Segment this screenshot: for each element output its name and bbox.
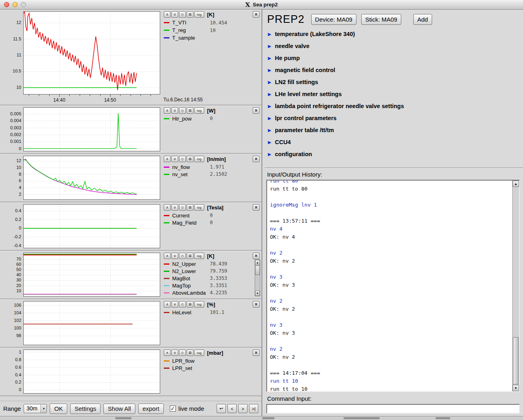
prep-item-configuration[interactable]: ▶configuration xyxy=(268,148,523,160)
expand-triangle-icon[interactable]: ▶ xyxy=(268,104,271,109)
scrollbar-track[interactable] xyxy=(513,187,519,385)
plot-canvas[interactable] xyxy=(23,11,160,94)
grid-button[interactable]: ⊞ xyxy=(187,11,193,18)
prep-item-needle-valve[interactable]: ▶needle valve xyxy=(268,40,523,52)
zoom-button[interactable]: ◇ xyxy=(179,301,186,307)
jump-to-end-button[interactable]: >| xyxy=(249,404,258,413)
scroll-down-icon[interactable]: ▼ xyxy=(255,291,260,296)
shift-up-button[interactable]: ∧ xyxy=(164,156,171,162)
prep-item-temperature-lakeshore-340[interactable]: ▶temperature (LakeShore 340) xyxy=(268,28,523,40)
stick-button[interactable]: Stick: MA09 xyxy=(361,14,401,25)
close-panel-button[interactable]: × xyxy=(253,156,259,162)
device-button[interactable]: Device: MA09 xyxy=(311,14,356,25)
shift-down-button[interactable]: ∨ xyxy=(171,301,178,307)
titlebar[interactable]: X Sea prep2 xyxy=(0,0,523,10)
minimize-window-button[interactable] xyxy=(12,2,18,7)
expand-triangle-icon[interactable]: ▶ xyxy=(268,80,271,85)
scroll-up-icon[interactable]: ▲ xyxy=(513,181,519,187)
expand-triangle-icon[interactable]: ▶ xyxy=(268,116,271,121)
zoom-button[interactable]: ◇ xyxy=(179,253,186,259)
zoom-button[interactable]: ◇ xyxy=(179,350,186,356)
prep-item-he-pump[interactable]: ▶He pump xyxy=(268,52,523,64)
close-panel-button[interactable]: × xyxy=(253,253,259,259)
expand-triangle-icon[interactable]: ▶ xyxy=(268,56,271,61)
zoom-button[interactable]: ◇ xyxy=(179,11,186,18)
plot-area-4[interactable] xyxy=(23,251,161,298)
close-panel-button[interactable]: × xyxy=(253,11,259,18)
expand-triangle-icon[interactable]: ▶ xyxy=(268,92,271,97)
prep-item-ccu4[interactable]: ▶CCU4 xyxy=(268,136,523,148)
close-window-button[interactable] xyxy=(4,2,9,7)
shift-up-button[interactable]: ∧ xyxy=(164,350,171,356)
log-scale-button[interactable]: log xyxy=(194,11,204,18)
plot-canvas[interactable] xyxy=(23,107,160,151)
log-scale-button[interactable]: log xyxy=(194,204,204,211)
zoom-button[interactable]: ◇ xyxy=(179,204,186,211)
settings-button[interactable]: Settings xyxy=(70,404,101,414)
plot-canvas[interactable] xyxy=(23,204,160,248)
grid-button[interactable]: ⊞ xyxy=(187,350,193,356)
live-mode-checkbox[interactable]: ✓ xyxy=(170,406,176,412)
step-back-button[interactable]: < xyxy=(227,404,237,413)
expand-triangle-icon[interactable]: ▶ xyxy=(268,44,271,49)
shift-up-button[interactable]: ∧ xyxy=(164,107,171,114)
scroll-up-icon[interactable]: ▲ xyxy=(255,260,260,265)
expand-triangle-icon[interactable]: ▶ xyxy=(268,128,271,133)
shift-down-button[interactable]: ∨ xyxy=(171,350,178,356)
shift-up-button[interactable]: ∧ xyxy=(164,301,171,307)
range-select[interactable]: 30m ▼ xyxy=(24,404,47,413)
prep-item-magnetic-field-control[interactable]: ▶magnetic field control xyxy=(268,64,523,76)
log-scale-button[interactable]: log xyxy=(194,253,204,259)
io-history-box[interactable]: run tt 80run tt to 80 ignoreMsg lnv 1 ==… xyxy=(266,180,520,392)
expand-triangle-icon[interactable]: ▶ xyxy=(268,32,271,37)
prep-item-parameter-table-tt-tm[interactable]: ▶parameter table /tt/tm xyxy=(268,124,523,136)
plot-canvas[interactable] xyxy=(23,253,160,297)
shift-down-button[interactable]: ∨ xyxy=(171,156,178,162)
add-button[interactable]: Add xyxy=(413,14,432,25)
plot-canvas[interactable] xyxy=(23,350,160,394)
shift-down-button[interactable]: ∨ xyxy=(171,253,178,259)
grid-button[interactable]: ⊞ xyxy=(187,204,193,211)
command-input[interactable] xyxy=(266,404,520,414)
scrollbar-thumb[interactable] xyxy=(513,337,519,384)
prep-item-lambda-point-refrigerator-needle-valve-settings[interactable]: ▶lambda point refrigerator needle valve … xyxy=(268,100,523,112)
grid-button[interactable]: ⊞ xyxy=(187,156,193,162)
shift-up-button[interactable]: ∧ xyxy=(164,11,171,18)
shift-down-button[interactable]: ∨ xyxy=(171,11,178,18)
scroll-down-icon[interactable]: ▼ xyxy=(513,385,519,391)
export-button[interactable]: export xyxy=(138,404,164,414)
log-scale-button[interactable]: log xyxy=(194,350,204,356)
close-panel-button[interactable]: × xyxy=(253,350,259,356)
shift-up-button[interactable]: ∧ xyxy=(164,204,171,211)
step-forward-button[interactable]: > xyxy=(238,404,247,413)
ok-button[interactable]: OK xyxy=(50,404,67,414)
scrollbar-thumb[interactable] xyxy=(255,265,260,275)
plot-area-1[interactable] xyxy=(23,106,161,153)
plot-area-6[interactable] xyxy=(23,348,161,395)
zoom-button[interactable]: ◇ xyxy=(179,156,186,162)
history-scrollbar[interactable]: ▲ ▼ xyxy=(512,181,519,391)
close-panel-button[interactable]: × xyxy=(253,204,259,211)
scrollbar-track[interactable] xyxy=(255,265,260,291)
zoom-window-button[interactable] xyxy=(21,2,26,7)
log-scale-button[interactable]: log xyxy=(194,301,204,307)
show-all-button[interactable]: Show All xyxy=(103,404,135,414)
log-scale-button[interactable]: log xyxy=(194,156,204,162)
grid-button[interactable]: ⊞ xyxy=(187,301,193,307)
close-panel-button[interactable]: × xyxy=(253,107,259,114)
expand-triangle-icon[interactable]: ▶ xyxy=(268,140,271,145)
close-panel-button[interactable]: × xyxy=(253,301,259,307)
prep-item-lhe-level-meter-settings[interactable]: ▶LHe level meter settings xyxy=(268,88,523,100)
prep-item-ln2-fill-settings[interactable]: ▶LN2 fill settings xyxy=(268,76,523,88)
plot-area-0[interactable]: 14:4014:50 xyxy=(23,10,161,104)
log-scale-button[interactable]: log xyxy=(194,107,204,114)
zoom-button[interactable]: ◇ xyxy=(179,107,186,114)
legend-scrollbar[interactable]: ▲▼ xyxy=(255,259,260,296)
expand-triangle-icon[interactable]: ▶ xyxy=(268,68,271,73)
grid-button[interactable]: ⊞ xyxy=(187,253,193,259)
grid-button[interactable]: ⊞ xyxy=(187,107,193,114)
plot-area-3[interactable] xyxy=(23,203,161,250)
prep-item-lpr-control-parameters[interactable]: ▶lpr control parameters xyxy=(268,112,523,124)
expand-triangle-icon[interactable]: ▶ xyxy=(268,152,271,157)
shift-down-button[interactable]: ∨ xyxy=(171,204,178,211)
